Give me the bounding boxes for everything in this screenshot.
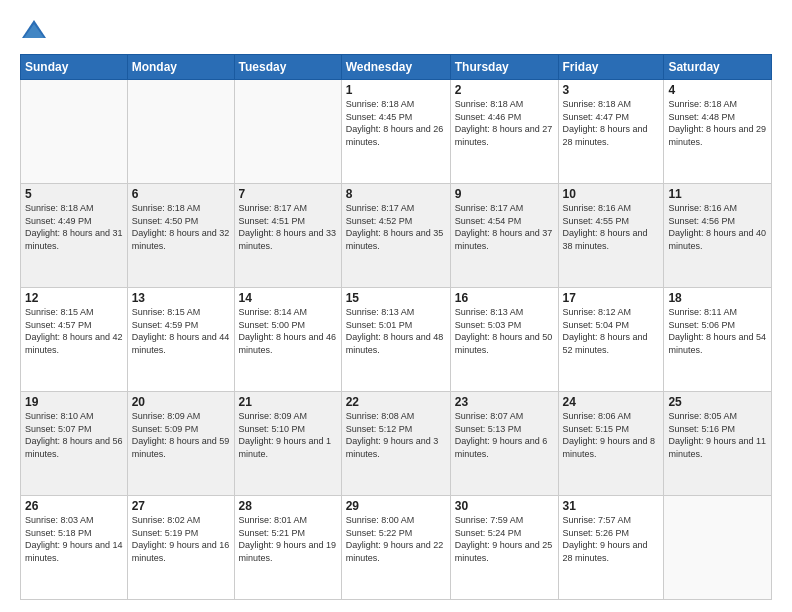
day-number: 18 xyxy=(668,291,767,305)
header xyxy=(20,16,772,44)
day-info: Sunrise: 7:59 AM Sunset: 5:24 PM Dayligh… xyxy=(455,514,554,564)
day-number: 30 xyxy=(455,499,554,513)
day-cell: 17Sunrise: 8:12 AM Sunset: 5:04 PM Dayli… xyxy=(558,288,664,392)
day-cell xyxy=(21,80,128,184)
day-number: 4 xyxy=(668,83,767,97)
day-number: 23 xyxy=(455,395,554,409)
day-cell: 25Sunrise: 8:05 AM Sunset: 5:16 PM Dayli… xyxy=(664,392,772,496)
day-cell: 27Sunrise: 8:02 AM Sunset: 5:19 PM Dayli… xyxy=(127,496,234,600)
day-cell: 13Sunrise: 8:15 AM Sunset: 4:59 PM Dayli… xyxy=(127,288,234,392)
day-number: 20 xyxy=(132,395,230,409)
calendar-table: SundayMondayTuesdayWednesdayThursdayFrid… xyxy=(20,54,772,600)
day-cell xyxy=(234,80,341,184)
day-number: 17 xyxy=(563,291,660,305)
day-cell: 28Sunrise: 8:01 AM Sunset: 5:21 PM Dayli… xyxy=(234,496,341,600)
day-number: 31 xyxy=(563,499,660,513)
day-number: 5 xyxy=(25,187,123,201)
day-number: 24 xyxy=(563,395,660,409)
day-number: 12 xyxy=(25,291,123,305)
day-cell: 29Sunrise: 8:00 AM Sunset: 5:22 PM Dayli… xyxy=(341,496,450,600)
day-info: Sunrise: 8:06 AM Sunset: 5:15 PM Dayligh… xyxy=(563,410,660,460)
day-number: 10 xyxy=(563,187,660,201)
logo-icon xyxy=(20,16,48,44)
day-cell: 4Sunrise: 8:18 AM Sunset: 4:48 PM Daylig… xyxy=(664,80,772,184)
day-number: 1 xyxy=(346,83,446,97)
day-info: Sunrise: 8:07 AM Sunset: 5:13 PM Dayligh… xyxy=(455,410,554,460)
day-cell: 6Sunrise: 8:18 AM Sunset: 4:50 PM Daylig… xyxy=(127,184,234,288)
day-info: Sunrise: 8:01 AM Sunset: 5:21 PM Dayligh… xyxy=(239,514,337,564)
day-cell: 18Sunrise: 8:11 AM Sunset: 5:06 PM Dayli… xyxy=(664,288,772,392)
day-number: 26 xyxy=(25,499,123,513)
day-number: 25 xyxy=(668,395,767,409)
day-info: Sunrise: 8:11 AM Sunset: 5:06 PM Dayligh… xyxy=(668,306,767,356)
weekday-header-tuesday: Tuesday xyxy=(234,55,341,80)
day-cell: 15Sunrise: 8:13 AM Sunset: 5:01 PM Dayli… xyxy=(341,288,450,392)
day-cell: 20Sunrise: 8:09 AM Sunset: 5:09 PM Dayli… xyxy=(127,392,234,496)
day-info: Sunrise: 8:18 AM Sunset: 4:48 PM Dayligh… xyxy=(668,98,767,148)
day-info: Sunrise: 8:16 AM Sunset: 4:55 PM Dayligh… xyxy=(563,202,660,252)
day-info: Sunrise: 8:17 AM Sunset: 4:52 PM Dayligh… xyxy=(346,202,446,252)
day-info: Sunrise: 8:18 AM Sunset: 4:46 PM Dayligh… xyxy=(455,98,554,148)
weekday-header-saturday: Saturday xyxy=(664,55,772,80)
week-row-5: 26Sunrise: 8:03 AM Sunset: 5:18 PM Dayli… xyxy=(21,496,772,600)
day-number: 9 xyxy=(455,187,554,201)
weekday-header-monday: Monday xyxy=(127,55,234,80)
day-cell: 14Sunrise: 8:14 AM Sunset: 5:00 PM Dayli… xyxy=(234,288,341,392)
day-cell: 2Sunrise: 8:18 AM Sunset: 4:46 PM Daylig… xyxy=(450,80,558,184)
day-info: Sunrise: 8:10 AM Sunset: 5:07 PM Dayligh… xyxy=(25,410,123,460)
day-cell: 31Sunrise: 7:57 AM Sunset: 5:26 PM Dayli… xyxy=(558,496,664,600)
week-row-2: 5Sunrise: 8:18 AM Sunset: 4:49 PM Daylig… xyxy=(21,184,772,288)
day-cell: 10Sunrise: 8:16 AM Sunset: 4:55 PM Dayli… xyxy=(558,184,664,288)
day-info: Sunrise: 8:18 AM Sunset: 4:49 PM Dayligh… xyxy=(25,202,123,252)
day-info: Sunrise: 8:17 AM Sunset: 4:51 PM Dayligh… xyxy=(239,202,337,252)
weekday-header-friday: Friday xyxy=(558,55,664,80)
day-info: Sunrise: 8:09 AM Sunset: 5:09 PM Dayligh… xyxy=(132,410,230,460)
day-number: 2 xyxy=(455,83,554,97)
day-number: 22 xyxy=(346,395,446,409)
day-number: 14 xyxy=(239,291,337,305)
day-cell: 5Sunrise: 8:18 AM Sunset: 4:49 PM Daylig… xyxy=(21,184,128,288)
week-row-3: 12Sunrise: 8:15 AM Sunset: 4:57 PM Dayli… xyxy=(21,288,772,392)
day-cell: 3Sunrise: 8:18 AM Sunset: 4:47 PM Daylig… xyxy=(558,80,664,184)
day-info: Sunrise: 8:08 AM Sunset: 5:12 PM Dayligh… xyxy=(346,410,446,460)
day-info: Sunrise: 8:02 AM Sunset: 5:19 PM Dayligh… xyxy=(132,514,230,564)
day-cell: 22Sunrise: 8:08 AM Sunset: 5:12 PM Dayli… xyxy=(341,392,450,496)
day-number: 3 xyxy=(563,83,660,97)
day-number: 6 xyxy=(132,187,230,201)
day-cell: 24Sunrise: 8:06 AM Sunset: 5:15 PM Dayli… xyxy=(558,392,664,496)
day-number: 21 xyxy=(239,395,337,409)
day-info: Sunrise: 8:15 AM Sunset: 4:59 PM Dayligh… xyxy=(132,306,230,356)
day-info: Sunrise: 8:13 AM Sunset: 5:01 PM Dayligh… xyxy=(346,306,446,356)
day-cell xyxy=(664,496,772,600)
day-number: 11 xyxy=(668,187,767,201)
day-info: Sunrise: 8:00 AM Sunset: 5:22 PM Dayligh… xyxy=(346,514,446,564)
day-cell: 7Sunrise: 8:17 AM Sunset: 4:51 PM Daylig… xyxy=(234,184,341,288)
day-cell: 8Sunrise: 8:17 AM Sunset: 4:52 PM Daylig… xyxy=(341,184,450,288)
weekday-header-row: SundayMondayTuesdayWednesdayThursdayFrid… xyxy=(21,55,772,80)
day-number: 28 xyxy=(239,499,337,513)
page: SundayMondayTuesdayWednesdayThursdayFrid… xyxy=(0,0,792,612)
day-info: Sunrise: 8:12 AM Sunset: 5:04 PM Dayligh… xyxy=(563,306,660,356)
day-info: Sunrise: 8:13 AM Sunset: 5:03 PM Dayligh… xyxy=(455,306,554,356)
day-cell: 12Sunrise: 8:15 AM Sunset: 4:57 PM Dayli… xyxy=(21,288,128,392)
day-cell: 21Sunrise: 8:09 AM Sunset: 5:10 PM Dayli… xyxy=(234,392,341,496)
logo-area xyxy=(20,16,52,44)
day-number: 15 xyxy=(346,291,446,305)
day-info: Sunrise: 8:14 AM Sunset: 5:00 PM Dayligh… xyxy=(239,306,337,356)
day-info: Sunrise: 8:18 AM Sunset: 4:47 PM Dayligh… xyxy=(563,98,660,148)
day-cell: 30Sunrise: 7:59 AM Sunset: 5:24 PM Dayli… xyxy=(450,496,558,600)
day-number: 13 xyxy=(132,291,230,305)
day-info: Sunrise: 8:09 AM Sunset: 5:10 PM Dayligh… xyxy=(239,410,337,460)
day-number: 19 xyxy=(25,395,123,409)
day-number: 7 xyxy=(239,187,337,201)
day-cell: 23Sunrise: 8:07 AM Sunset: 5:13 PM Dayli… xyxy=(450,392,558,496)
day-cell: 11Sunrise: 8:16 AM Sunset: 4:56 PM Dayli… xyxy=(664,184,772,288)
day-info: Sunrise: 8:18 AM Sunset: 4:50 PM Dayligh… xyxy=(132,202,230,252)
day-number: 27 xyxy=(132,499,230,513)
day-cell xyxy=(127,80,234,184)
day-cell: 19Sunrise: 8:10 AM Sunset: 5:07 PM Dayli… xyxy=(21,392,128,496)
day-info: Sunrise: 8:16 AM Sunset: 4:56 PM Dayligh… xyxy=(668,202,767,252)
week-row-1: 1Sunrise: 8:18 AM Sunset: 4:45 PM Daylig… xyxy=(21,80,772,184)
day-cell: 9Sunrise: 8:17 AM Sunset: 4:54 PM Daylig… xyxy=(450,184,558,288)
day-number: 29 xyxy=(346,499,446,513)
